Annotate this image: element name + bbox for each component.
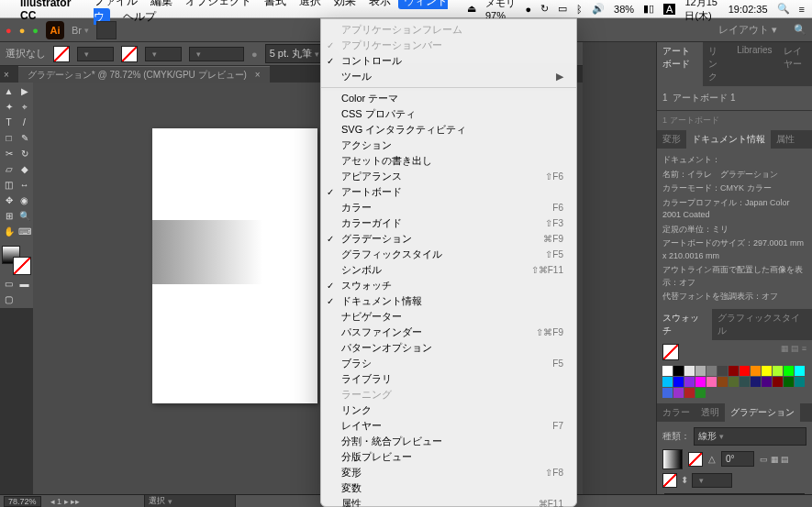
menuitem-ライブラリ[interactable]: ライブラリ bbox=[321, 371, 576, 387]
artboard[interactable] bbox=[152, 128, 317, 403]
swatch[interactable] bbox=[773, 366, 783, 376]
grad-tabs-1[interactable]: 透明 bbox=[695, 403, 725, 422]
swatch[interactable] bbox=[662, 366, 673, 376]
menu-icon[interactable]: ≡ bbox=[799, 4, 805, 15]
swatch[interactable] bbox=[762, 377, 772, 387]
artboard-tabs-0[interactable]: アートボード bbox=[657, 42, 703, 86]
aspect-field[interactable] bbox=[692, 473, 732, 488]
tool-17[interactable]: 🔍 bbox=[17, 209, 31, 223]
menuitem-ドキュメント情報[interactable]: ✓ドキュメント情報 bbox=[321, 293, 576, 309]
grad-type-icons[interactable]: ▭ ▦ ▤ bbox=[760, 455, 789, 464]
document-tab[interactable]: グラデーション* @ 78.72% (CMYK/GPU プレビュー) × bbox=[18, 66, 270, 83]
stroke-weight[interactable] bbox=[77, 47, 114, 61]
swatch-menu-icon[interactable]: ▦ ▤ ≡ bbox=[781, 344, 806, 360]
screenmode-0[interactable]: ▭ bbox=[2, 277, 16, 291]
tool-19[interactable]: ⌨ bbox=[17, 225, 31, 238]
nav-icons[interactable]: ◂ 1 ▸ ▸▸ bbox=[50, 497, 81, 506]
menuitem-カラー[interactable]: カラーF6 bbox=[321, 200, 576, 215]
swatch[interactable] bbox=[673, 366, 684, 376]
swatch[interactable] bbox=[751, 366, 761, 376]
tool-5[interactable]: / bbox=[17, 116, 31, 129]
menuitem-リンク[interactable]: リンク bbox=[321, 402, 576, 418]
search-field-icon[interactable]: 🔍 bbox=[794, 24, 806, 36]
swatch[interactable] bbox=[740, 377, 750, 387]
tool-2[interactable]: ✦ bbox=[2, 100, 16, 114]
docinfo-tabs-2[interactable]: 属性 bbox=[771, 130, 800, 149]
screenmode-1[interactable]: ▬ bbox=[17, 277, 31, 291]
artboard-tabs-1[interactable]: リンク bbox=[703, 42, 731, 86]
gradient-shape[interactable] bbox=[152, 220, 262, 284]
swatch[interactable] bbox=[684, 388, 695, 398]
tool-9[interactable]: ↻ bbox=[17, 147, 31, 160]
menu-効果[interactable]: 効果 bbox=[334, 0, 356, 7]
docinfo-tabs-0[interactable]: 変形 bbox=[657, 130, 686, 149]
search-icon[interactable]: 🔍 bbox=[777, 3, 790, 15]
swatch[interactable] bbox=[729, 366, 739, 376]
menuitem-パスファインダー[interactable]: パスファインダー⇧⌘F9 bbox=[321, 325, 576, 340]
zoom-level[interactable]: 78.72% bbox=[4, 496, 41, 507]
menu-編集[interactable]: 編集 bbox=[150, 0, 172, 7]
menuitem-アクション[interactable]: アクション bbox=[321, 138, 576, 153]
menuitem-変数[interactable]: 変数 bbox=[321, 480, 576, 496]
color-picker[interactable] bbox=[2, 246, 31, 275]
menuitem-CSS プロパティ[interactable]: CSS プロパティ bbox=[321, 106, 576, 122]
swatch[interactable] bbox=[795, 377, 805, 387]
menuitem-属性[interactable]: 属性⌘F11 bbox=[321, 496, 576, 507]
swatch[interactable] bbox=[662, 377, 673, 387]
menuitem-グラデーション[interactable]: ✓グラデーション⌘F9 bbox=[321, 231, 576, 247]
menuitem-カラーガイド[interactable]: カラーガイド⇧F3 bbox=[321, 215, 576, 231]
menuitem-ブラシ[interactable]: ブラシF5 bbox=[321, 356, 576, 371]
menuitem-SVG インタラクティビティ[interactable]: SVG インタラクティビティ bbox=[321, 122, 576, 138]
stroke-swatch[interactable] bbox=[121, 46, 138, 62]
opacity-dropdown[interactable] bbox=[189, 47, 244, 61]
menuitem-パターンオプション[interactable]: パターンオプション bbox=[321, 340, 576, 356]
tool-0[interactable]: ▲ bbox=[2, 84, 16, 98]
tool-13[interactable]: ↔ bbox=[17, 178, 31, 192]
menuitem-変形[interactable]: 変形⇧F8 bbox=[321, 465, 576, 480]
tool-status[interactable]: 選択 bbox=[144, 494, 236, 507]
menu-ファイル[interactable]: ファイル bbox=[94, 0, 138, 7]
tool-15[interactable]: ◉ bbox=[17, 193, 31, 207]
tool-3[interactable]: ⌖ bbox=[17, 100, 31, 114]
angle-field[interactable]: 0° bbox=[721, 451, 754, 467]
tool-16[interactable]: ⊞ bbox=[2, 209, 16, 223]
menuitem-アートボード[interactable]: ✓アートボード bbox=[321, 184, 576, 200]
docinfo-tabs-1[interactable]: ドキュメント情報 bbox=[686, 130, 771, 149]
menuitem-Color テーマ[interactable]: Color テーマ bbox=[321, 91, 576, 106]
tool-7[interactable]: ✎ bbox=[17, 131, 31, 145]
layout-dropdown[interactable]: レイアウト ▾ bbox=[718, 23, 777, 37]
menuitem-ツール[interactable]: ツール▶ bbox=[321, 69, 576, 84]
brush-weight[interactable] bbox=[145, 47, 182, 61]
tool-1[interactable]: ▶ bbox=[17, 84, 31, 98]
menuitem-分割・統合プレビュー[interactable]: 分割・統合プレビュー bbox=[321, 434, 576, 449]
swatch[interactable] bbox=[740, 366, 750, 376]
swatch[interactable] bbox=[784, 377, 794, 387]
tool-11[interactable]: ◆ bbox=[17, 162, 31, 176]
menuitem-アセットの書き出し[interactable]: アセットの書き出し bbox=[321, 153, 576, 169]
bridge-dropdown[interactable]: Br bbox=[72, 25, 89, 36]
swatch-tabs-1[interactable]: グラフィックスタイル bbox=[712, 309, 812, 340]
arrange-docs-icon[interactable] bbox=[96, 21, 117, 39]
swatch[interactable] bbox=[773, 377, 783, 387]
grad-fill[interactable] bbox=[662, 473, 677, 488]
fill-none-swatch[interactable] bbox=[662, 344, 679, 360]
grad-stroke[interactable] bbox=[688, 452, 703, 467]
swatch[interactable] bbox=[673, 388, 684, 398]
grad-tabs-2[interactable]: グラデーション bbox=[725, 403, 800, 422]
swatch[interactable] bbox=[784, 366, 794, 376]
menuitem-分版プレビュー[interactable]: 分版プレビュー bbox=[321, 449, 576, 465]
swatch[interactable] bbox=[695, 388, 706, 398]
swatch[interactable] bbox=[751, 377, 761, 387]
menuitem-ナビゲーター[interactable]: ナビゲーター bbox=[321, 309, 576, 325]
swatch[interactable] bbox=[762, 366, 772, 376]
menu-オブジェクト[interactable]: オブジェクト bbox=[185, 0, 251, 7]
menuitem-グラフィックスタイル[interactable]: グラフィックスタイル⇧F5 bbox=[321, 247, 576, 262]
swatch[interactable] bbox=[795, 366, 805, 376]
swatch[interactable] bbox=[706, 377, 717, 387]
swatch[interactable] bbox=[717, 377, 728, 387]
fill-swatch[interactable] bbox=[53, 46, 70, 62]
tool-6[interactable]: □ bbox=[2, 131, 16, 145]
artboard-tabs-3[interactable]: レイヤー bbox=[778, 42, 812, 86]
grad-tabs-0[interactable]: カラー bbox=[657, 403, 695, 422]
screenmode-2[interactable]: ▢ bbox=[2, 292, 16, 306]
